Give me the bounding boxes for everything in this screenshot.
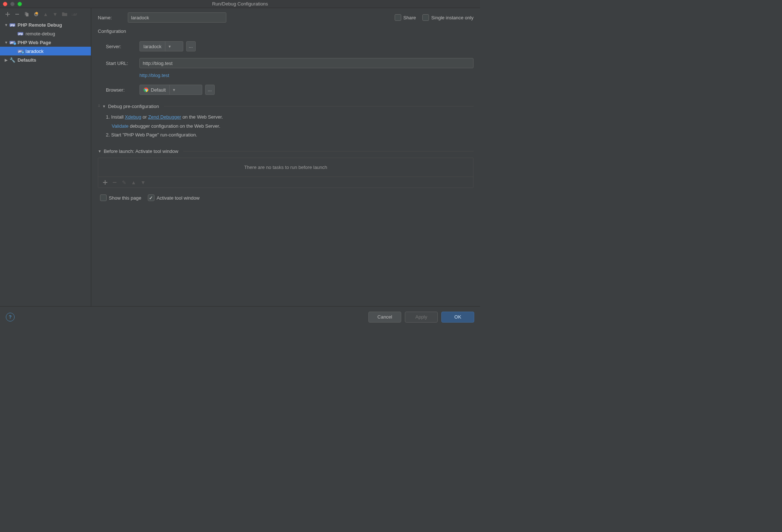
- start-url-label: Start URL:: [106, 61, 139, 66]
- task-up-icon[interactable]: ▲: [130, 178, 138, 186]
- edit-defaults-icon[interactable]: [32, 10, 40, 18]
- show-this-page-checkbox[interactable]: Show this page: [100, 194, 141, 201]
- apply-button[interactable]: Apply: [405, 312, 438, 323]
- tree-item-laradock[interactable]: php laradock: [0, 47, 91, 55]
- tree-label: laradock: [26, 49, 43, 54]
- tree-item-remote-debug[interactable]: php remote-debug: [0, 29, 91, 38]
- browser-browse-button[interactable]: …: [205, 85, 215, 95]
- drag-grip-icon: ⠿: [98, 105, 100, 107]
- tree-label: remote-debug: [26, 31, 55, 36]
- section-title-text: Debug pre-configuration: [108, 104, 159, 109]
- expand-arrow-icon: ▶: [4, 58, 8, 62]
- configuration-section-title: Configuration: [98, 28, 474, 34]
- titlebar: Run/Debug Configurations: [0, 0, 480, 8]
- debug-preconfig-header[interactable]: ⠿ ▼ Debug pre-configuration: [98, 104, 474, 109]
- chrome-icon: [143, 87, 149, 92]
- sidebar-toolbar: ▲ ▼ ↓az: [0, 8, 91, 20]
- edit-task-icon[interactable]: ✎: [120, 178, 128, 186]
- activate-tool-window-checkbox[interactable]: Activate tool window: [148, 194, 200, 201]
- single-instance-checkbox[interactable]: Single instance only: [422, 14, 474, 21]
- php-web-item-icon: php: [18, 48, 23, 54]
- start-url-input[interactable]: [139, 58, 474, 68]
- browser-value: Default: [151, 87, 166, 93]
- zend-debugger-link[interactable]: Zend Debugger: [148, 114, 181, 120]
- tree-group-php-web-page[interactable]: ▼ php PHP Web Page: [0, 38, 91, 47]
- section-title-text: Before launch: Activate tool window: [104, 149, 179, 154]
- svg-point-4: [145, 89, 147, 90]
- copy-config-icon[interactable]: [23, 10, 31, 18]
- config-sidebar: ▲ ▼ ↓az ▼ php PHP Remote Debug php remot…: [0, 8, 91, 306]
- checkbox-icon: [148, 194, 154, 201]
- preconfig-step-2: Start "PHP Web Page" run-configuration.: [106, 131, 474, 140]
- config-editor: Name: Share Single instance only Configu…: [91, 8, 480, 306]
- move-down-icon[interactable]: ▼: [51, 10, 59, 18]
- dialog-footer: ? Cancel Apply OK: [0, 306, 480, 327]
- preconfig-step-1: Install Xdebug or Zend Debugger on the W…: [106, 113, 474, 122]
- move-up-icon[interactable]: ▲: [42, 10, 50, 18]
- checkbox-icon: [100, 194, 107, 201]
- server-select[interactable]: laradock ▼: [139, 41, 183, 51]
- browser-select[interactable]: Default ▼: [139, 85, 202, 95]
- validate-link[interactable]: Validate: [112, 123, 129, 129]
- config-tree: ▼ php PHP Remote Debug php remote-debug …: [0, 20, 91, 306]
- tree-label: PHP Web Page: [18, 40, 51, 45]
- php-remote-item-icon: php: [18, 31, 23, 36]
- chevron-down-icon: ▼: [165, 42, 174, 51]
- preconfig-content: Install Xdebug or Zend Debugger on the W…: [98, 113, 474, 140]
- server-browse-button[interactable]: …: [186, 41, 196, 51]
- php-web-icon: php: [9, 39, 15, 45]
- checkbox-label: Activate tool window: [157, 195, 200, 201]
- chevron-down-icon: ▼: [102, 104, 106, 108]
- server-value: laradock: [140, 44, 165, 49]
- checkbox-label: Single instance only: [431, 15, 474, 20]
- before-launch-header[interactable]: ▼ Before launch: Activate tool window: [98, 149, 474, 154]
- tree-label: PHP Remote Debug: [18, 22, 62, 28]
- wrench-icon: 🔧: [9, 57, 15, 63]
- checkbox-icon: [395, 14, 401, 21]
- svg-rect-1: [26, 13, 28, 16]
- tree-group-php-remote-debug[interactable]: ▼ php PHP Remote Debug: [0, 20, 91, 29]
- name-input[interactable]: [128, 12, 226, 23]
- resolved-url-link[interactable]: http://blog.test: [139, 73, 169, 78]
- tree-label: Defaults: [18, 57, 36, 63]
- before-launch-tasks: There are no tasks to run before launch …: [98, 158, 474, 188]
- folder-icon[interactable]: [61, 10, 69, 18]
- chevron-down-icon: ▼: [98, 149, 101, 153]
- ok-button[interactable]: OK: [441, 312, 474, 323]
- add-config-icon[interactable]: [4, 10, 12, 18]
- browser-label: Browser:: [106, 87, 139, 93]
- cancel-button[interactable]: Cancel: [368, 312, 401, 323]
- remove-config-icon[interactable]: [13, 10, 21, 18]
- share-checkbox[interactable]: Share: [395, 14, 416, 21]
- task-down-icon[interactable]: ▼: [139, 178, 147, 186]
- tree-group-defaults[interactable]: ▶ 🔧 Defaults: [0, 55, 91, 64]
- window-title: Run/Debug Configurations: [0, 1, 480, 7]
- remove-task-icon[interactable]: [111, 178, 119, 186]
- sort-alpha-icon[interactable]: ↓az: [70, 10, 78, 18]
- help-button[interactable]: ?: [6, 313, 15, 321]
- expand-arrow-icon: ▼: [4, 41, 8, 45]
- php-remote-icon: php: [9, 22, 15, 28]
- expand-arrow-icon: ▼: [4, 23, 8, 27]
- tasks-toolbar: ✎ ▲ ▼: [98, 177, 473, 188]
- checkbox-icon: [422, 14, 429, 21]
- add-task-icon[interactable]: [101, 178, 109, 186]
- chevron-down-icon: ▼: [169, 85, 178, 95]
- checkbox-label: Share: [403, 15, 416, 20]
- tasks-empty-text: There are no tasks to run before launch: [98, 158, 473, 177]
- validate-text: debugger configuration on the Web Server…: [129, 123, 220, 129]
- name-label: Name:: [98, 15, 128, 20]
- checkbox-label: Show this page: [109, 195, 141, 201]
- xdebug-link[interactable]: Xdebug: [125, 114, 141, 120]
- server-label: Server:: [106, 44, 139, 49]
